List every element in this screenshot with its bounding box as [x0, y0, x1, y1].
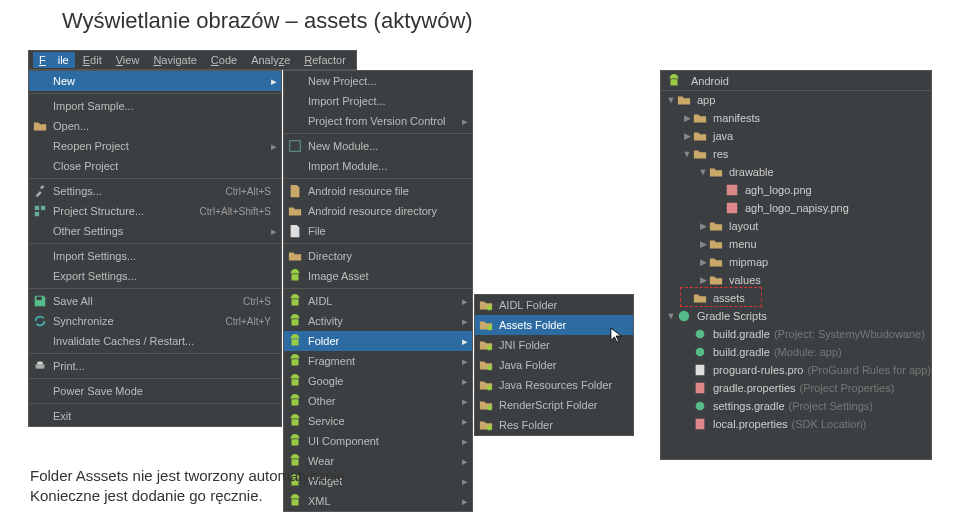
svg-point-21: [696, 402, 705, 411]
menu-item-export-settings[interactable]: Export Settings...: [29, 266, 281, 286]
menu-item-google[interactable]: Google▸: [284, 371, 472, 391]
svg-point-13: [487, 425, 492, 430]
svg-point-17: [696, 330, 705, 339]
folder-android-icon: [479, 298, 493, 312]
tree-agh-logo[interactable]: agh_logo.png: [661, 181, 931, 199]
menu-item-new-module[interactable]: New Module...: [284, 136, 472, 156]
folder-icon: [288, 249, 302, 263]
tree-local-properties[interactable]: local.properties(SDK Location): [661, 415, 931, 433]
folder-icon: [288, 204, 302, 218]
menu-item-project-structure[interactable]: Project Structure...Ctrl+Alt+Shift+S: [29, 201, 281, 221]
menu-item-invalidate-caches[interactable]: Invalidate Caches / Restart...: [29, 331, 281, 351]
menu-item-reopen[interactable]: Reopen Project▸: [29, 136, 281, 156]
wrench-icon: [33, 184, 47, 198]
svg-rect-6: [290, 141, 301, 152]
svg-rect-20: [696, 383, 705, 394]
menu-item-res-folder[interactable]: Res Folder: [475, 415, 633, 435]
folder-submenu: AIDL Folder Assets Folder JNI Folder Jav…: [474, 294, 634, 436]
slide-title: Wyświetlanie obrazów – assets (aktywów): [62, 8, 473, 34]
menu-analyze[interactable]: Analyze: [245, 52, 296, 68]
menu-item-aidl-folder[interactable]: AIDL Folder: [475, 295, 633, 315]
project-header[interactable]: Android: [661, 71, 931, 91]
svg-rect-22: [696, 419, 705, 430]
print-icon: [33, 359, 47, 373]
svg-rect-14: [727, 185, 738, 196]
tree-proguard[interactable]: proguard-rules.pro(ProGuard Rules for ap…: [661, 361, 931, 379]
svg-point-12: [487, 405, 492, 410]
menu-item-settings[interactable]: Settings...Ctrl+Alt+S: [29, 181, 281, 201]
menu-item-java-folder[interactable]: Java Folder: [475, 355, 633, 375]
svg-rect-0: [35, 206, 39, 210]
tree-build-gradle-project[interactable]: build.gradle(Project: SystemyWbudowane): [661, 325, 931, 343]
menu-item-synchronize[interactable]: SynchronizeCtrl+Alt+Y: [29, 311, 281, 331]
menu-item-save-all[interactable]: Save AllCtrl+S: [29, 291, 281, 311]
tree-manifests[interactable]: ▶manifests: [661, 109, 931, 127]
menu-item-other-settings[interactable]: Other Settings▸: [29, 221, 281, 241]
menu-item-directory[interactable]: Directory: [284, 246, 472, 266]
menu-item-image-asset[interactable]: Image Asset: [284, 266, 472, 286]
tree-agh-logo-napisy[interactable]: agh_logo_napisy.png: [661, 199, 931, 217]
menu-item-assets-folder[interactable]: Assets Folder: [475, 315, 633, 335]
tree-gradle-scripts[interactable]: ▼Gradle Scripts: [661, 307, 931, 325]
menu-item-aidl[interactable]: AIDL▸: [284, 291, 472, 311]
menu-item-service[interactable]: Service▸: [284, 411, 472, 431]
menu-code[interactable]: Code: [205, 52, 243, 68]
menu-file[interactable]: File: [33, 52, 75, 68]
assets-highlight: [680, 287, 762, 307]
svg-rect-19: [696, 365, 705, 376]
menu-item-close-project[interactable]: Close Project: [29, 156, 281, 176]
menu-item-other[interactable]: Other▸: [284, 391, 472, 411]
menu-item-ares-dir[interactable]: Android resource directory: [284, 201, 472, 221]
folder-icon: [693, 111, 707, 125]
folder-android-icon: [479, 398, 493, 412]
folder-android-icon: [479, 338, 493, 352]
project-tool-window: Android ▼app ▶manifests ▶java ▼res ▼draw…: [660, 70, 932, 460]
tree-mipmap[interactable]: ▶mipmap: [661, 253, 931, 271]
tree-res[interactable]: ▼res: [661, 145, 931, 163]
menu-item-power-save[interactable]: Power Save Mode: [29, 381, 281, 401]
menu-refactor[interactable]: Refactor: [298, 52, 352, 68]
android-icon: [667, 74, 681, 88]
menu-item-ares-file[interactable]: Android resource file: [284, 181, 472, 201]
menu-view[interactable]: View: [110, 52, 146, 68]
menu-item-new[interactable]: New▸: [29, 71, 281, 91]
menu-item-import-module[interactable]: Import Module...: [284, 156, 472, 176]
menu-item-ui-component[interactable]: UI Component▸: [284, 431, 472, 451]
svg-rect-15: [727, 203, 738, 214]
menu-item-folder[interactable]: Folder▸: [284, 331, 472, 351]
tree-layout[interactable]: ▶layout: [661, 217, 931, 235]
android-icon: [288, 394, 302, 408]
file-menu: New▸ Import Sample... Open... Reopen Pro…: [28, 70, 282, 427]
tree-drawable[interactable]: ▼drawable: [661, 163, 931, 181]
menu-item-print[interactable]: Print...: [29, 356, 281, 376]
folder-icon: [693, 147, 707, 161]
menu-item-exit[interactable]: Exit: [29, 406, 281, 426]
menu-item-project-vcs[interactable]: Project from Version Control▸: [284, 111, 472, 131]
menu-item-activity[interactable]: Activity▸: [284, 311, 472, 331]
gradle-file-icon: [693, 399, 707, 413]
tree-build-gradle-app[interactable]: build.gradle(Module: app): [661, 343, 931, 361]
text-file-icon: [693, 363, 707, 377]
tree-settings-gradle[interactable]: settings.gradle(Project Settings): [661, 397, 931, 415]
menu-navigate[interactable]: Navigate: [147, 52, 202, 68]
menu-item-file[interactable]: File: [284, 221, 472, 241]
tree-java[interactable]: ▶java: [661, 127, 931, 145]
menu-item-import-project[interactable]: Import Project...: [284, 91, 472, 111]
module-icon: [288, 139, 302, 153]
tree-gradle-properties[interactable]: gradle.properties(Project Properties): [661, 379, 931, 397]
save-icon: [33, 294, 47, 308]
menu-item-fragment[interactable]: Fragment▸: [284, 351, 472, 371]
menu-item-java-res-folder[interactable]: Java Resources Folder: [475, 375, 633, 395]
menu-item-jni-folder[interactable]: JNI Folder: [475, 335, 633, 355]
properties-file-icon: [693, 381, 707, 395]
folder-icon: [709, 219, 723, 233]
menu-item-import-sample[interactable]: Import Sample...: [29, 96, 281, 116]
menu-item-renderscript-folder[interactable]: RenderScript Folder: [475, 395, 633, 415]
menu-edit[interactable]: Edit: [77, 52, 108, 68]
menu-item-import-settings[interactable]: Import Settings...: [29, 246, 281, 266]
gradle-icon: [677, 309, 691, 323]
menu-item-open[interactable]: Open...: [29, 116, 281, 136]
tree-menu[interactable]: ▶menu: [661, 235, 931, 253]
menu-item-new-project[interactable]: New Project...: [284, 71, 472, 91]
tree-app[interactable]: ▼app: [661, 91, 931, 109]
